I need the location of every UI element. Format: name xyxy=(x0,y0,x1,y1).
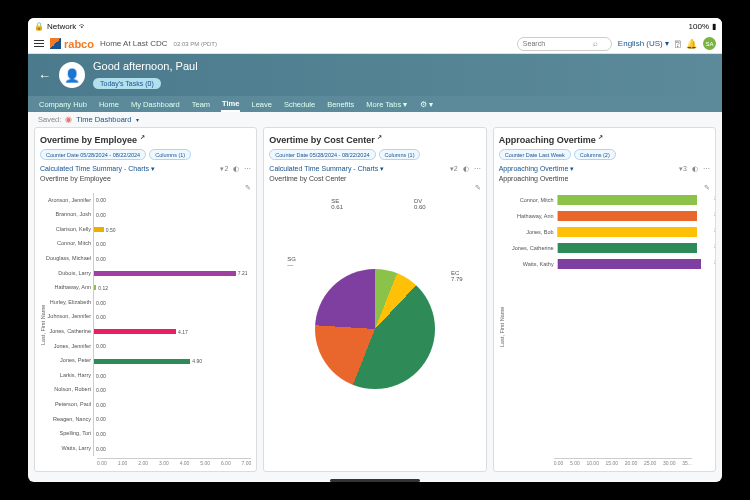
bar: 0.00 xyxy=(94,242,251,247)
battery-icon: ▮ xyxy=(712,22,716,31)
tab-my-dashboard[interactable]: My Dashboard xyxy=(130,98,181,111)
brand-logo[interactable]: rabco xyxy=(50,38,94,50)
notification-icon[interactable]: 🔔 xyxy=(686,39,697,49)
filter-icon[interactable]: ▾2 xyxy=(450,165,458,173)
saved-dashboard-link[interactable]: Time Dashboard xyxy=(76,115,131,124)
employee-name: Larkis, Harry xyxy=(46,373,91,379)
chart-title: Overtime by Cost Center xyxy=(269,175,480,182)
bar: 0.00 xyxy=(94,256,251,261)
refresh-icon[interactable]: ◐ xyxy=(692,165,698,173)
card-title[interactable]: Overtime by Employee ↗ xyxy=(40,133,251,145)
lock-icon: 🔒 xyxy=(34,22,44,31)
bar: 4.90 xyxy=(94,359,251,364)
columns-chip[interactable]: Columns (2) xyxy=(574,149,616,160)
bar: 0.00 xyxy=(94,300,251,305)
bar: 0.00 xyxy=(94,373,251,378)
pie-label-se: SE0.61 xyxy=(331,198,343,210)
employee-name: Jones, Jennifer xyxy=(46,344,91,350)
help-icon[interactable]: ⍰ xyxy=(675,39,680,49)
employee-name: Hathaway, Ann xyxy=(46,285,91,291)
bar: 4.17 xyxy=(94,329,251,334)
bar-row: Hathaway, Ann32.00 xyxy=(505,211,710,221)
tab-more-tabs[interactable]: More Tabs ▾ xyxy=(365,98,408,111)
tab-benefits[interactable]: Benefits xyxy=(326,98,355,111)
employee-name: Douglass, Michael xyxy=(46,256,91,262)
columns-chip[interactable]: Columns (1) xyxy=(149,149,191,160)
bar: 0.00 xyxy=(94,388,251,393)
tab-time[interactable]: Time xyxy=(221,97,240,112)
gear-icon[interactable]: ⚙ ▾ xyxy=(420,100,433,109)
employee-name: Dubois, Larry xyxy=(46,271,91,277)
home-indicator[interactable] xyxy=(330,479,420,482)
bar-row: Jones, Catherine32.00 xyxy=(505,243,710,253)
edit-icon[interactable]: ✎ xyxy=(245,184,251,191)
chart-subtitle[interactable]: Approaching Overtime ▾ xyxy=(499,165,575,173)
date-filter-chip[interactable]: Counter Date Last Week xyxy=(499,149,571,160)
overtime-by-cost-center-card: Overtime by Cost Center ↗ Counter Date 0… xyxy=(263,127,486,472)
popout-icon[interactable]: ↗ xyxy=(598,134,603,140)
pie-chart: SE0.61 DV0.60 EC7.79 SG— xyxy=(269,192,480,466)
more-icon[interactable]: ⋯ xyxy=(474,165,481,173)
y-axis-label: Last, First Name xyxy=(499,195,505,458)
network-text: Network xyxy=(47,22,76,31)
employee-name: Reagen, Nancy xyxy=(46,417,91,423)
date-filter-chip[interactable]: Counter Date 05/28/2024 - 08/22/2024 xyxy=(40,149,146,160)
search-icon[interactable]: ⌕ xyxy=(593,39,598,48)
todays-tasks-button[interactable]: Today's Tasks (0) xyxy=(93,78,161,89)
menu-icon[interactable] xyxy=(34,40,44,48)
bar: 0.00 xyxy=(94,417,251,422)
employee-name: Hurley, Elizabeth xyxy=(46,300,91,306)
tab-company-hub[interactable]: Company Hub xyxy=(38,98,88,111)
profile-photo[interactable]: 👤 xyxy=(59,62,85,88)
pie-label-ec: EC7.79 xyxy=(451,270,463,282)
filter-icon[interactable]: ▾3 xyxy=(679,165,687,173)
approaching-overtime-card: Approaching Overtime ↗ Counter Date Last… xyxy=(493,127,716,472)
chart-subtitle[interactable]: Calculated Time Summary - Charts ▾ xyxy=(269,165,384,173)
battery-pct: 100% xyxy=(689,22,709,31)
employee-name: Johnson, Jennifer xyxy=(46,314,91,320)
bar: 0.00 xyxy=(94,344,251,349)
overtime-by-employee-card: Overtime by Employee ↗ Counter Date 05/2… xyxy=(34,127,257,472)
wifi-icon: ᯤ xyxy=(79,22,87,31)
columns-chip[interactable]: Columns (1) xyxy=(379,149,421,160)
card-title[interactable]: Approaching Overtime ↗ xyxy=(499,133,710,145)
card-title[interactable]: Overtime by Cost Center ↗ xyxy=(269,133,480,145)
filter-icon[interactable]: ▾2 xyxy=(220,165,228,173)
popout-icon[interactable]: ↗ xyxy=(140,134,145,140)
back-arrow-icon[interactable]: ← xyxy=(38,68,51,83)
tab-schedule[interactable]: Schedule xyxy=(283,98,316,111)
bar: 7.21 xyxy=(94,271,251,276)
employee-name: Peterson, Paul xyxy=(46,402,91,408)
tab-leave[interactable]: Leave xyxy=(250,98,272,111)
edit-icon[interactable]: ✎ xyxy=(475,184,481,191)
breadcrumb[interactable]: Home At Last CDC xyxy=(100,39,168,48)
bar: 0.00 xyxy=(94,402,251,407)
employee-name: Jones, Catherine xyxy=(46,329,91,335)
chart-title: Approaching Overtime xyxy=(499,175,710,182)
bar: 0.00 xyxy=(94,446,251,451)
y-axis-label: Last, First Name xyxy=(40,193,46,456)
popout-icon[interactable]: ↗ xyxy=(377,134,382,140)
bar-row: Jones, Bob32.00 xyxy=(505,227,710,237)
employee-name: Connor, Mitch xyxy=(46,241,91,247)
more-icon[interactable]: ⋯ xyxy=(703,165,710,173)
pie-label-dv: DV0.60 xyxy=(414,198,426,210)
tab-team[interactable]: Team xyxy=(191,98,211,111)
pie-label-sg: SG— xyxy=(287,256,296,268)
employee-name: Spelling, Tori xyxy=(46,431,91,437)
search-box[interactable]: ⌕ xyxy=(517,37,612,51)
employee-name: Nolson, Robert xyxy=(46,387,91,393)
more-icon[interactable]: ⋯ xyxy=(244,165,251,173)
language-picker[interactable]: English (US) ▾ xyxy=(618,39,669,48)
avatar[interactable]: SA xyxy=(703,37,716,50)
refresh-icon[interactable]: ◐ xyxy=(463,165,469,173)
chart-subtitle[interactable]: Calculated Time Summary - Charts ▾ xyxy=(40,165,155,173)
edit-icon[interactable]: ✎ xyxy=(704,184,710,191)
bar: 0.00 xyxy=(94,198,251,203)
tab-home[interactable]: Home xyxy=(98,98,120,111)
date-filter-chip[interactable]: Counter Date 05/28/2024 - 08/22/2024 xyxy=(269,149,375,160)
refresh-icon[interactable]: ◐ xyxy=(233,165,239,173)
bar: 0.00 xyxy=(94,432,251,437)
search-input[interactable] xyxy=(523,40,593,47)
bar-row: Watts, Kathy32.99 xyxy=(505,259,710,269)
